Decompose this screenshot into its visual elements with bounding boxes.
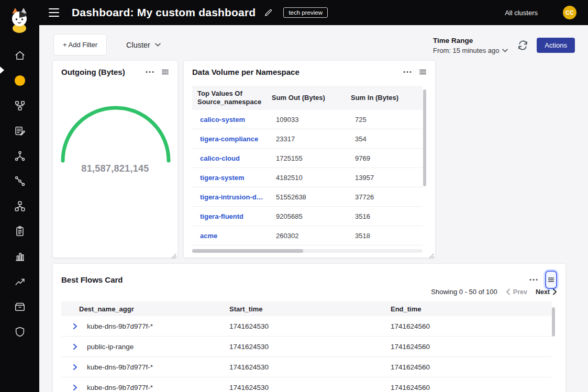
data-volume-card: Data Volume per Namespace Top Values Of … [183, 60, 436, 258]
refresh-icon [517, 40, 528, 51]
prev-label: Prev [513, 288, 527, 296]
sidebar-item-inventory[interactable] [14, 301, 26, 312]
row-expand-button[interactable] [72, 384, 79, 391]
namespace-link[interactable]: tigera-intrusion-d… [192, 193, 271, 201]
column-header-source-namespace[interactable]: Top Values Of Source_namespace [192, 86, 271, 110]
outgoing-gauge [58, 102, 173, 164]
time-range-value: From: 15 minutes ago [433, 47, 499, 54]
vertical-scrollbar[interactable] [552, 307, 555, 337]
home-icon [14, 50, 26, 61]
card-menu-button[interactable] [145, 71, 154, 73]
row-expand-button[interactable] [72, 364, 79, 371]
refresh-button[interactable] [516, 39, 529, 51]
sidebar-item-reports[interactable] [14, 251, 26, 262]
row-expand-button[interactable] [72, 323, 79, 330]
edit-dashboard-button[interactable] [264, 8, 273, 17]
namespace-link[interactable]: tigera-compliance [192, 135, 271, 143]
card-title: Outgoing (Bytes) [61, 68, 125, 76]
column-header-start-time[interactable]: Start_time [229, 305, 391, 313]
namespace-link[interactable]: tigera-fluentd [192, 212, 271, 220]
card-menu-button[interactable] [403, 71, 412, 73]
best-flows-card: Best Flows Card Showing 0 - 50 of 100 Pr… [52, 263, 566, 392]
column-header-end-time[interactable]: End_time [391, 305, 552, 313]
end-time-value: 1741624560 [391, 363, 552, 371]
drag-handle-icon [419, 68, 427, 76]
dest-name-value: kube-dns-9b7d977f-* [87, 363, 153, 371]
sidebar-item-clusters[interactable] [14, 200, 26, 212]
card-drag-handle[interactable] [419, 68, 427, 76]
sum-in-value: 37726 [350, 193, 423, 201]
topology-icon [14, 100, 26, 111]
cluster-dropdown[interactable]: Cluster [126, 34, 161, 55]
card-menu-button[interactable] [529, 278, 538, 281]
ellipsis-icon [145, 71, 154, 73]
dest-name-value: public-ip-range [87, 343, 134, 351]
table-row: tigera-compliance 23317 354 [192, 129, 423, 149]
top-header: Dashboard: My custom dashboard tech prev… [39, 0, 588, 25]
chevron-right-icon [72, 384, 79, 391]
next-page-button[interactable]: Next [536, 288, 557, 296]
trend-line-icon [14, 276, 26, 287]
calico-logo[interactable] [7, 6, 32, 33]
pencil-icon [264, 8, 273, 17]
namespace-table: Top Values Of Source_namespace Sum Out (… [192, 86, 423, 245]
column-header-sum-in[interactable]: Sum In (Bytes) [350, 86, 423, 110]
start-time-value: 1741624530 [229, 384, 391, 391]
namespace-link[interactable]: calico-cloud [192, 154, 271, 162]
sidebar-item-policies[interactable] [14, 125, 26, 137]
add-filter-button[interactable]: + Add Filter [53, 34, 107, 55]
column-header-sum-out[interactable]: Sum Out (Bytes) [271, 86, 350, 110]
namespace-link[interactable]: tigera-system [192, 174, 271, 182]
start-time-value: 1741624530 [229, 322, 391, 330]
sidebar-item-threat-defense[interactable] [14, 326, 26, 338]
chevron-left-icon [506, 288, 511, 295]
sidebar-item-timeline[interactable] [14, 276, 26, 287]
cluster-scope-selector[interactable]: All clusters [505, 9, 538, 17]
vertical-scrollbar[interactable] [423, 89, 426, 186]
hamburger-icon [49, 8, 59, 9]
sum-in-value: 725 [350, 116, 423, 124]
sum-out-value: 109033 [271, 116, 350, 124]
sidebar-item-service-graph[interactable] [14, 175, 26, 187]
user-avatar[interactable]: CC [563, 6, 576, 19]
namespace-link[interactable]: acme [192, 232, 271, 240]
time-range-selector[interactable]: From: 15 minutes ago [433, 47, 508, 54]
table-row: kube-dns-9b7d977f-* 1741624530 174162456… [61, 316, 552, 337]
chevron-down-icon [155, 43, 161, 47]
chevron-right-icon [552, 288, 557, 295]
table-row: tigera-system 4182510 13957 [192, 168, 423, 187]
actions-button[interactable]: Actions [537, 38, 575, 53]
sidebar-item-compliance[interactable] [14, 226, 26, 237]
sum-out-value: 260302 [271, 232, 350, 240]
sum-in-value: 3518 [350, 232, 423, 240]
table-header-row: Dest_name_aggr Start_time End_time [61, 301, 552, 316]
sum-out-value: 9205685 [271, 212, 350, 220]
network-graph-icon [14, 150, 26, 162]
horizontal-scrollbar[interactable] [192, 249, 303, 253]
flows-table: Dest_name_aggr Start_time End_time kube-… [61, 301, 552, 392]
prev-page-button[interactable]: Prev [506, 288, 527, 296]
table-row: calico-cloud 1725155 9769 [192, 149, 423, 168]
service-graph-icon [14, 175, 26, 187]
flows-card-drag-handle[interactable] [545, 271, 557, 289]
dashboard-icon [14, 75, 26, 86]
sidebar-item-topology[interactable] [14, 100, 26, 111]
sum-out-value: 1725155 [271, 154, 350, 162]
cluster-dropdown-label: Cluster [126, 41, 150, 49]
bar-chart-icon [14, 251, 26, 262]
cluster-icon [14, 200, 26, 212]
menu-toggle-button[interactable] [49, 8, 60, 17]
table-row: tigera-intrusion-d… 51552638 37726 [192, 187, 423, 207]
row-expand-button[interactable] [72, 343, 79, 350]
card-resize-handle[interactable] [171, 251, 176, 256]
table-row: kube-dns-9b7d977f-* 1741624530 174162456… [61, 357, 552, 377]
sidebar-item-network-graph[interactable] [14, 150, 26, 162]
table-row: public-ip-range 1741624530 1741624560 [61, 337, 552, 357]
card-drag-handle[interactable] [161, 68, 169, 76]
column-header-dest-name[interactable]: Dest_name_aggr [61, 305, 229, 313]
card-resize-handle[interactable] [429, 251, 434, 256]
sidebar-item-dashboard[interactable] [14, 75, 26, 86]
sidebar-item-home[interactable] [14, 50, 26, 61]
table-header-row: Top Values Of Source_namespace Sum Out (… [192, 86, 423, 110]
namespace-link[interactable]: calico-system [192, 116, 271, 124]
